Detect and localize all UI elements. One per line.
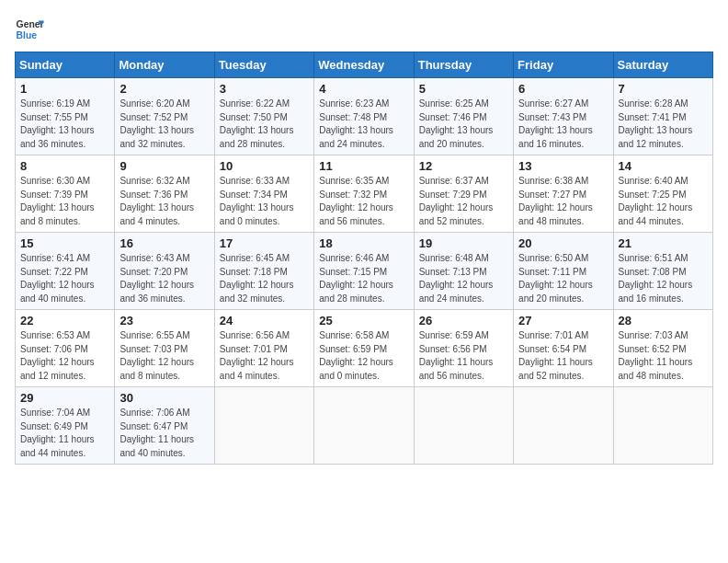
week-row-5: 29Sunrise: 7:04 AMSunset: 6:49 PMDayligh… <box>16 387 713 465</box>
day-info: Sunrise: 6:48 AMSunset: 7:13 PMDaylight:… <box>419 252 508 305</box>
day-info: Sunrise: 6:20 AMSunset: 7:52 PMDaylight:… <box>119 98 209 151</box>
day-info: Sunrise: 6:19 AMSunset: 7:55 PMDaylight:… <box>20 98 109 151</box>
day-number: 10 <box>220 159 309 173</box>
day-info: Sunrise: 7:01 AMSunset: 6:54 PMDaylight:… <box>518 329 608 383</box>
calendar-cell: 3Sunrise: 6:22 AMSunset: 7:50 PMDaylight… <box>214 78 313 155</box>
day-number: 20 <box>518 236 608 250</box>
logo-icon: General Blue <box>15 15 44 44</box>
day-header-sunday: Sunday <box>16 52 115 78</box>
calendar-cell: 9Sunrise: 6:32 AMSunset: 7:36 PMDaylight… <box>115 155 214 233</box>
day-number: 13 <box>518 159 608 173</box>
logo: General Blue <box>15 15 44 44</box>
calendar-cell: 29Sunrise: 7:04 AMSunset: 6:49 PMDayligh… <box>16 387 115 465</box>
calendar-body: 1Sunrise: 6:19 AMSunset: 7:55 PMDaylight… <box>16 78 713 465</box>
calendar-cell: 20Sunrise: 6:50 AMSunset: 7:11 PMDayligh… <box>514 233 613 310</box>
day-info: Sunrise: 6:40 AMSunset: 7:25 PMDaylight:… <box>619 175 708 228</box>
calendar-cell: 25Sunrise: 6:58 AMSunset: 6:59 PMDayligh… <box>314 310 414 387</box>
calendar-cell: 5Sunrise: 6:25 AMSunset: 7:46 PMDaylight… <box>414 78 513 155</box>
day-number: 6 <box>518 82 608 96</box>
day-number: 7 <box>619 82 708 96</box>
day-number: 15 <box>20 236 109 250</box>
calendar-cell <box>414 387 513 465</box>
day-number: 16 <box>119 236 209 250</box>
calendar-cell: 1Sunrise: 6:19 AMSunset: 7:55 PMDaylight… <box>16 78 115 155</box>
day-info: Sunrise: 6:32 AMSunset: 7:36 PMDaylight:… <box>119 175 209 228</box>
week-row-3: 15Sunrise: 6:41 AMSunset: 7:22 PMDayligh… <box>16 233 713 310</box>
calendar-cell: 21Sunrise: 6:51 AMSunset: 7:08 PMDayligh… <box>613 233 712 310</box>
day-info: Sunrise: 7:04 AMSunset: 6:49 PMDaylight:… <box>20 407 109 460</box>
week-row-1: 1Sunrise: 6:19 AMSunset: 7:55 PMDaylight… <box>16 78 713 155</box>
day-info: Sunrise: 6:25 AMSunset: 7:46 PMDaylight:… <box>419 98 508 151</box>
day-info: Sunrise: 6:45 AMSunset: 7:18 PMDaylight:… <box>220 252 309 305</box>
day-info: Sunrise: 6:50 AMSunset: 7:11 PMDaylight:… <box>518 252 608 305</box>
calendar-cell: 18Sunrise: 6:46 AMSunset: 7:15 PMDayligh… <box>314 233 414 310</box>
day-info: Sunrise: 6:30 AMSunset: 7:39 PMDaylight:… <box>20 175 109 228</box>
day-number: 11 <box>319 159 408 173</box>
day-info: Sunrise: 6:33 AMSunset: 7:34 PMDaylight:… <box>220 175 309 228</box>
day-number: 28 <box>619 314 708 327</box>
calendar-cell: 13Sunrise: 6:38 AMSunset: 7:27 PMDayligh… <box>514 155 613 233</box>
calendar-cell: 24Sunrise: 6:56 AMSunset: 7:01 PMDayligh… <box>214 310 313 387</box>
day-header-monday: Monday <box>115 52 214 78</box>
day-info: Sunrise: 6:37 AMSunset: 7:29 PMDaylight:… <box>419 175 508 228</box>
calendar-cell: 17Sunrise: 6:45 AMSunset: 7:18 PMDayligh… <box>214 233 313 310</box>
calendar-cell: 28Sunrise: 7:03 AMSunset: 6:52 PMDayligh… <box>613 310 712 387</box>
calendar-cell: 23Sunrise: 6:55 AMSunset: 7:03 PMDayligh… <box>115 310 214 387</box>
day-header-tuesday: Tuesday <box>214 52 313 78</box>
calendar-cell <box>613 387 712 465</box>
day-number: 1 <box>20 82 109 96</box>
day-info: Sunrise: 6:22 AMSunset: 7:50 PMDaylight:… <box>220 98 309 151</box>
day-info: Sunrise: 7:06 AMSunset: 6:47 PMDaylight:… <box>119 407 209 460</box>
day-info: Sunrise: 6:27 AMSunset: 7:43 PMDaylight:… <box>518 98 608 151</box>
calendar-cell <box>214 387 313 465</box>
calendar-header-row: SundayMondayTuesdayWednesdayThursdayFrid… <box>16 52 713 78</box>
day-number: 19 <box>419 236 508 250</box>
day-header-saturday: Saturday <box>613 52 712 78</box>
day-info: Sunrise: 6:28 AMSunset: 7:41 PMDaylight:… <box>619 98 708 151</box>
day-info: Sunrise: 6:56 AMSunset: 7:01 PMDaylight:… <box>220 329 309 383</box>
day-header-wednesday: Wednesday <box>314 52 414 78</box>
day-number: 26 <box>419 314 508 327</box>
svg-text:Blue: Blue <box>17 30 38 40</box>
day-number: 9 <box>119 159 209 173</box>
day-info: Sunrise: 6:58 AMSunset: 6:59 PMDaylight:… <box>319 329 408 383</box>
day-info: Sunrise: 6:38 AMSunset: 7:27 PMDaylight:… <box>518 175 608 228</box>
day-number: 8 <box>20 159 109 173</box>
calendar-cell <box>514 387 613 465</box>
day-info: Sunrise: 6:59 AMSunset: 6:56 PMDaylight:… <box>419 329 508 383</box>
day-number: 29 <box>20 391 109 405</box>
calendar-cell: 16Sunrise: 6:43 AMSunset: 7:20 PMDayligh… <box>115 233 214 310</box>
calendar-table: SundayMondayTuesdayWednesdayThursdayFrid… <box>15 52 713 465</box>
day-info: Sunrise: 6:35 AMSunset: 7:32 PMDaylight:… <box>319 175 408 228</box>
day-number: 23 <box>119 314 209 327</box>
day-number: 22 <box>20 314 109 327</box>
day-info: Sunrise: 6:23 AMSunset: 7:48 PMDaylight:… <box>319 98 408 151</box>
calendar-cell: 4Sunrise: 6:23 AMSunset: 7:48 PMDaylight… <box>314 78 414 155</box>
calendar-cell: 8Sunrise: 6:30 AMSunset: 7:39 PMDaylight… <box>16 155 115 233</box>
day-number: 27 <box>518 314 608 327</box>
day-number: 12 <box>419 159 508 173</box>
day-info: Sunrise: 6:46 AMSunset: 7:15 PMDaylight:… <box>319 252 408 305</box>
day-number: 17 <box>220 236 309 250</box>
calendar-cell: 26Sunrise: 6:59 AMSunset: 6:56 PMDayligh… <box>414 310 513 387</box>
calendar-cell: 10Sunrise: 6:33 AMSunset: 7:34 PMDayligh… <box>214 155 313 233</box>
day-number: 24 <box>220 314 309 327</box>
day-info: Sunrise: 6:43 AMSunset: 7:20 PMDaylight:… <box>119 252 209 305</box>
calendar-cell: 22Sunrise: 6:53 AMSunset: 7:06 PMDayligh… <box>16 310 115 387</box>
day-number: 5 <box>419 82 508 96</box>
calendar-cell: 27Sunrise: 7:01 AMSunset: 6:54 PMDayligh… <box>514 310 613 387</box>
day-number: 30 <box>119 391 209 405</box>
day-info: Sunrise: 6:41 AMSunset: 7:22 PMDaylight:… <box>20 252 109 305</box>
day-number: 14 <box>619 159 708 173</box>
day-number: 18 <box>319 236 408 250</box>
calendar-cell: 15Sunrise: 6:41 AMSunset: 7:22 PMDayligh… <box>16 233 115 310</box>
calendar-cell: 14Sunrise: 6:40 AMSunset: 7:25 PMDayligh… <box>613 155 712 233</box>
day-info: Sunrise: 6:51 AMSunset: 7:08 PMDaylight:… <box>619 252 708 305</box>
day-number: 3 <box>220 82 309 96</box>
day-info: Sunrise: 6:55 AMSunset: 7:03 PMDaylight:… <box>119 329 209 383</box>
calendar-cell: 11Sunrise: 6:35 AMSunset: 7:32 PMDayligh… <box>314 155 414 233</box>
week-row-2: 8Sunrise: 6:30 AMSunset: 7:39 PMDaylight… <box>16 155 713 233</box>
calendar-cell: 30Sunrise: 7:06 AMSunset: 6:47 PMDayligh… <box>115 387 214 465</box>
day-header-thursday: Thursday <box>414 52 513 78</box>
day-number: 2 <box>119 82 209 96</box>
